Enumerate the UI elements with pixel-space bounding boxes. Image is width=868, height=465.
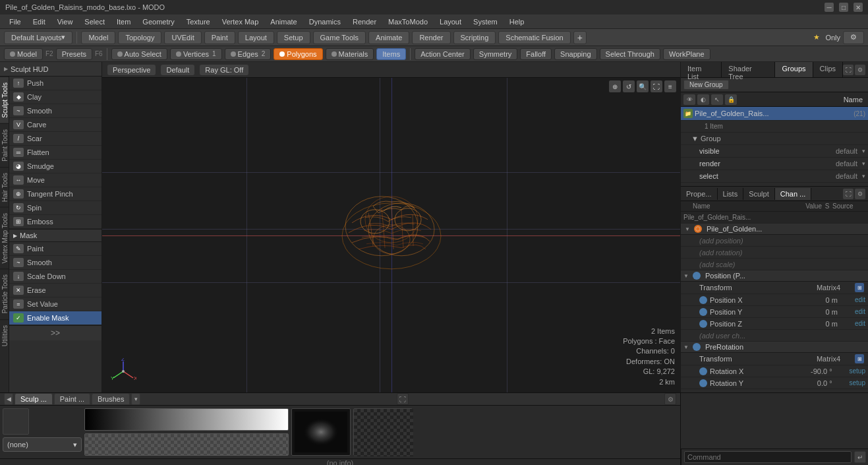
ch-add-scale[interactable]: (add scale) — [681, 259, 868, 270]
scene-prop-render[interactable]: render default ▾ — [681, 158, 868, 170]
tab-scripting[interactable]: Scripting — [453, 31, 496, 44]
tool-smudge[interactable]: ◕ Smudge — [9, 160, 101, 173]
tool-move[interactable]: ↔ Move — [9, 173, 101, 187]
menu-system[interactable]: System — [468, 16, 503, 27]
sculpt-hud-toggle[interactable]: ▶ Sculpt HUD — [0, 62, 101, 77]
tab-animate[interactable]: Animate — [368, 31, 409, 44]
vtab-sculpt[interactable]: Sculpt Tools — [0, 77, 9, 123]
vtab-hair[interactable]: Hair Tools — [0, 167, 9, 207]
btab-dropdown-btn[interactable]: ▾ — [131, 393, 140, 405]
gear-btn[interactable]: ⚙ — [843, 31, 864, 44]
tool-push[interactable]: ↑ Push — [9, 77, 101, 90]
scene-item-count[interactable]: 1 Item — [681, 121, 868, 133]
snapping-btn[interactable]: Snapping — [554, 48, 597, 60]
menu-view[interactable]: View — [52, 16, 78, 27]
model-mode-btn[interactable]: Model — [4, 48, 43, 60]
btab-paint[interactable]: Paint ... — [54, 393, 90, 405]
tab-schematic[interactable]: Schematic Fusion — [498, 31, 570, 44]
falloff-btn[interactable]: Falloff — [520, 48, 552, 60]
materials-btn[interactable]: Materials — [326, 48, 374, 60]
tool-erase[interactable]: ✕ Erase — [9, 284, 101, 297]
vp-ctrl-expand[interactable]: ⛶ — [651, 80, 662, 92]
menu-dynamics[interactable]: Dynamics — [304, 16, 346, 27]
ch-rotation-x[interactable]: Rotation X -90.0 ° setup — [681, 365, 868, 377]
tab-layout[interactable]: Layout — [238, 31, 274, 44]
scene-prop-select[interactable]: select default ▾ — [681, 170, 868, 183]
tab-setup[interactable]: Setup — [277, 31, 310, 44]
viewport-canvas[interactable]: ⊕ ↺ 🔍 ⛶ ≡ 2 Items Polygons : Face Channe… — [102, 78, 680, 392]
add-tab-btn[interactable]: + — [573, 31, 587, 44]
tab-chan[interactable]: Chan ... — [775, 188, 812, 200]
tool-enable-mask[interactable]: ✓ Enable Mask — [9, 311, 101, 325]
bottom-resize-btn[interactable]: ⛶ — [397, 393, 409, 405]
menu-geometry[interactable]: Geometry — [137, 16, 179, 27]
brush-preview-2[interactable] — [353, 408, 413, 456]
tab-clips[interactable]: Clips — [813, 62, 843, 77]
btab-sculpt[interactable]: Sculp ... — [14, 393, 53, 405]
menu-animate[interactable]: Animate — [265, 16, 302, 27]
layout-dropdown[interactable]: Default Layouts ▾ — [4, 31, 72, 44]
vp-ctrl-refresh[interactable]: ↺ — [623, 80, 635, 92]
tool-spin[interactable]: ↻ Spin — [9, 201, 101, 215]
gradient-bar[interactable] — [84, 408, 289, 431]
tool-clay[interactable]: ◆ Clay — [9, 90, 101, 104]
vtab-particle[interactable]: Particle Tools — [0, 268, 9, 319]
menu-vertex-map[interactable]: Vertex Map — [217, 16, 264, 27]
btab-brushes[interactable]: Brushes — [92, 393, 130, 405]
tool-tangent-pinch[interactable]: ⊕ Tangent Pinch — [9, 187, 101, 201]
tool-flatten[interactable]: ═ Flatten — [9, 146, 101, 160]
ch-section-pile-golden[interactable]: ▼ ⬡ Pile_of_Golden... — [681, 224, 868, 235]
menu-select[interactable]: Select — [79, 16, 110, 27]
ch-add-position[interactable]: (add position) — [681, 235, 868, 247]
menu-file[interactable]: File — [4, 16, 26, 27]
menu-texture[interactable]: Texture — [181, 16, 216, 27]
ch-prerotation-section[interactable]: ▼ PreRotation — [681, 342, 868, 353]
rot-x-edit-btn[interactable]: setup — [850, 367, 865, 375]
scene-prop-visible[interactable]: visible default ▾ — [681, 145, 868, 158]
tab-topology[interactable]: Topology — [118, 31, 161, 44]
symmetry-btn[interactable]: Symmetry — [473, 48, 518, 60]
ray-gl-label[interactable]: Ray GL: Off — [200, 65, 248, 75]
tool-set-value[interactable]: = Set Value — [9, 297, 101, 311]
new-group-btn[interactable]: New Group — [683, 80, 729, 90]
ch-position-x[interactable]: Position X 0 m edit — [681, 294, 868, 306]
menu-item[interactable]: Item — [111, 16, 136, 27]
edges-btn[interactable]: Edges 2 — [225, 48, 272, 60]
tab-game-tools[interactable]: Game Tools — [313, 31, 366, 44]
bottom-settings-btn[interactable]: ⚙ — [664, 393, 676, 405]
vp-ctrl-menu[interactable]: ≡ — [664, 80, 676, 92]
close-btn[interactable]: ✕ — [854, 3, 863, 12]
command-input[interactable] — [684, 451, 852, 463]
tool-smooth[interactable]: ~ Smooth — [9, 104, 101, 118]
menu-render[interactable]: Render — [347, 16, 382, 27]
ch-position-section[interactable]: ▼ Position (P... — [681, 270, 868, 282]
maximize-btn[interactable]: □ — [839, 3, 848, 12]
checker-bar[interactable] — [84, 433, 289, 456]
vp-ctrl-search[interactable]: 🔍 — [637, 80, 649, 92]
tool-smooth-mask[interactable]: ~ Smooth — [9, 256, 101, 270]
tool-scale-down[interactable]: ↓ Scale Down — [9, 270, 101, 284]
render-col-btn[interactable]: ◐ — [697, 94, 709, 105]
items-btn[interactable]: Items — [376, 48, 406, 60]
pos-x-edit-btn[interactable]: edit — [855, 296, 865, 303]
vtab-vertex-map[interactable]: Vertex Map Tools — [0, 207, 9, 269]
tab-model[interactable]: Model — [81, 31, 115, 44]
menu-maxtomodo[interactable]: MaxToModo — [383, 16, 433, 27]
lock-col-btn[interactable]: 🔒 — [725, 94, 737, 105]
ch-add-user-ch2[interactable]: (add user ch... — [681, 330, 868, 342]
vtab-utilities[interactable]: Utilities — [0, 319, 9, 352]
pos-z-edit-btn[interactable]: edit — [855, 320, 865, 327]
workplane-btn[interactable]: WorkPlane — [663, 48, 710, 60]
menu-layout[interactable]: Layout — [434, 16, 467, 27]
visible-dropdown[interactable]: ▾ — [862, 148, 865, 154]
tool-emboss[interactable]: ⊞ Emboss — [9, 215, 101, 229]
tab-uvedit[interactable]: UVEdit — [164, 31, 201, 44]
scene-item-pile[interactable]: 📁 Pile_of_Golden_Rais... (21) — [681, 107, 868, 121]
scene-item-group[interactable]: ▼ Group — [681, 133, 868, 145]
ch-transform2[interactable]: Transform Matrix4 ⊞ — [681, 353, 868, 365]
more-tools-btn[interactable]: >> — [9, 325, 101, 340]
mask-header[interactable]: ▶ Mask — [9, 229, 101, 242]
ch-rotation-y[interactable]: Rotation Y 0.0 ° setup — [681, 377, 868, 389]
ch-settings-btn[interactable]: ⚙ — [855, 189, 865, 199]
rot-y-edit-btn[interactable]: setup — [850, 379, 865, 387]
